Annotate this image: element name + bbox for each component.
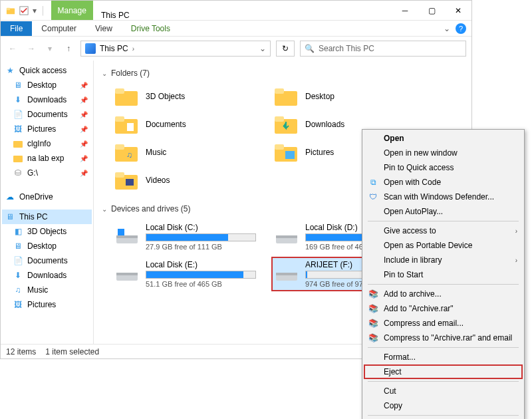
tab-view[interactable]: View — [86, 21, 122, 36]
ctx-pin-quick-access[interactable]: Pin to Quick access — [364, 160, 523, 175]
pin-icon: 📌 — [80, 96, 88, 104]
ctx-format[interactable]: Format... — [364, 350, 523, 364]
maximize-button[interactable]: ▢ — [418, 1, 445, 21]
qat-dropdown-icon[interactable]: ▾ — [33, 6, 37, 15]
folder-icon — [13, 153, 23, 164]
desktop-icon: 🖥 — [13, 80, 23, 90]
folder-icon — [275, 143, 297, 162]
downloads-icon: ⬇ — [13, 94, 23, 105]
svg-rect-31 — [276, 273, 297, 275]
folder-icon — [115, 87, 138, 106]
nav-item-downloads2[interactable]: ⬇Downloads — [2, 268, 92, 283]
nav-item-g-drive[interactable]: ⛁G:\📌 — [2, 166, 92, 180]
address-dropdown-icon[interactable]: ⌄ — [259, 44, 266, 53]
ctx-add-archive[interactable]: 📚Add to archive... — [364, 287, 523, 301]
nav-onedrive[interactable]: ☁OneDrive — [2, 190, 92, 204]
ribbon-expand-icon[interactable]: ⌄ — [444, 24, 450, 33]
nav-up-icon[interactable]: ↑ — [62, 44, 75, 53]
nav-item-downloads[interactable]: ⬇Downloads📌 — [2, 92, 92, 107]
pin-icon: 📌 — [80, 111, 88, 118]
drive-c[interactable]: Local Disk (C:)27.9 GB free of 111 GB — [112, 220, 259, 253]
ctx-autoplay[interactable]: Open AutoPlay... — [364, 204, 523, 219]
nav-item-documents2[interactable]: 📄Documents — [2, 253, 92, 268]
close-button[interactable]: ✕ — [445, 1, 471, 21]
refresh-button[interactable]: ↻ — [276, 41, 295, 57]
downloads-icon: ⬇ — [13, 270, 23, 281]
ctx-separator — [368, 347, 519, 348]
breadcrumb-chevron-icon[interactable]: › — [132, 45, 134, 53]
address-bar[interactable]: This PC › ⌄ — [80, 41, 271, 57]
explorer-icon — [6, 6, 15, 15]
minimize-button[interactable]: ─ — [392, 1, 418, 21]
ctx-open[interactable]: Open — [364, 131, 523, 146]
ctx-give-access[interactable]: Give access to› — [364, 223, 523, 238]
pin-icon: 📌 — [80, 170, 88, 177]
chevron-down-icon: ⌄ — [102, 70, 107, 77]
nav-item-3d[interactable]: ◧3D Objects — [2, 224, 92, 239]
ctx-open-with-code[interactable]: ⧉Open with Code — [364, 175, 523, 190]
status-items: 12 items — [6, 347, 36, 356]
svg-rect-10 — [115, 116, 124, 122]
pictures-icon: 🖼 — [13, 124, 23, 134]
nav-item-documents[interactable]: 📄Documents📌 — [2, 107, 92, 122]
svg-rect-11 — [127, 123, 134, 131]
help-icon[interactable]: ? — [456, 23, 466, 34]
ctx-cut[interactable]: Cut — [364, 384, 523, 398]
ctx-portable-device[interactable]: Open as Portable Device — [364, 238, 523, 253]
ctx-compress-rar-email[interactable]: 📚Compress to "Archive.rar" and email — [364, 331, 523, 345]
archive-icon: 📚 — [368, 303, 378, 314]
group-folders[interactable]: ⌄Folders (7) — [100, 66, 465, 80]
chevron-down-icon: ⌄ — [102, 206, 107, 213]
status-selected: 1 item selected — [45, 347, 99, 356]
folder-music[interactable]: ♫Music — [112, 140, 259, 164]
svg-rect-8 — [275, 88, 284, 94]
nav-recent-icon[interactable]: ▾ — [43, 44, 57, 53]
nav-pane: ★Quick access 🖥Desktop📌 ⬇Downloads📌 📄Doc… — [1, 61, 94, 344]
nav-item-desktop[interactable]: 🖥Desktop📌 — [2, 78, 92, 92]
address-bar-row: ← → ▾ ↑ This PC › ⌄ ↻ 🔍 Search This PC — [1, 37, 471, 61]
folder-icon — [275, 87, 297, 106]
onedrive-icon: ☁ — [5, 192, 15, 202]
nav-item-nalab[interactable]: na lab exp📌 — [2, 151, 92, 166]
archive-icon: 📚 — [368, 333, 378, 343]
nav-back-icon[interactable]: ← — [6, 44, 19, 53]
folder-videos[interactable]: Videos — [112, 168, 259, 192]
tab-drive-tools[interactable]: Drive Tools — [122, 21, 180, 36]
ctx-pin-start[interactable]: Pin to Start — [364, 267, 523, 282]
folder-icon: ♫ — [115, 143, 138, 162]
file-tab[interactable]: File — [1, 21, 32, 36]
folder-desktop[interactable]: Desktop — [272, 84, 418, 108]
pin-icon: 📌 — [80, 126, 88, 133]
checkbox-icon[interactable] — [19, 6, 29, 15]
svg-rect-25 — [118, 229, 124, 235]
nav-this-pc[interactable]: 🖥This PC — [2, 210, 92, 224]
defender-icon: 🛡 — [368, 192, 378, 202]
nav-item-pictures2[interactable]: 🖼Pictures — [2, 297, 92, 312]
nav-item-music[interactable]: ♫Music — [2, 283, 92, 297]
nav-item-desktop2[interactable]: 🖥Desktop — [2, 239, 92, 253]
nav-forward-icon[interactable]: → — [25, 44, 38, 53]
nav-quick-access[interactable]: ★Quick access — [2, 63, 92, 78]
drive-icon — [115, 265, 139, 283]
ctx-compress-email[interactable]: 📚Compress and email... — [364, 316, 523, 331]
tab-computer[interactable]: Computer — [32, 21, 86, 36]
nav-item-pictures[interactable]: 🖼Pictures📌 — [2, 122, 92, 136]
drive-icon — [275, 227, 299, 246]
folder-icon — [115, 171, 138, 190]
folder-3dobjects[interactable]: 3D Objects — [112, 84, 259, 108]
folder-documents[interactable]: Documents — [112, 112, 259, 136]
breadcrumb[interactable]: This PC — [100, 44, 128, 53]
search-input[interactable]: 🔍 Search This PC — [300, 41, 466, 57]
drive-e[interactable]: Local Disk (E:)51.1 GB free of 465 GB — [112, 257, 259, 291]
ctx-open-new-window[interactable]: Open in new window — [364, 146, 523, 160]
svg-rect-1 — [7, 7, 10, 10]
search-icon: 🔍 — [305, 44, 315, 53]
ctx-add-archive-rar[interactable]: 📚Add to "Archive.rar" — [364, 301, 523, 316]
ribbon-context-tab[interactable]: Manage — [51, 1, 93, 20]
ctx-include-library[interactable]: Include in library› — [364, 253, 523, 267]
ctx-eject[interactable]: Eject — [364, 364, 523, 379]
ctx-scan-defender[interactable]: 🛡Scan with Windows Defender... — [364, 190, 523, 204]
nav-item-clginfo[interactable]: clgInfo📌 — [2, 136, 92, 151]
folder-icon — [115, 115, 138, 134]
ctx-copy[interactable]: Copy — [364, 398, 523, 413]
